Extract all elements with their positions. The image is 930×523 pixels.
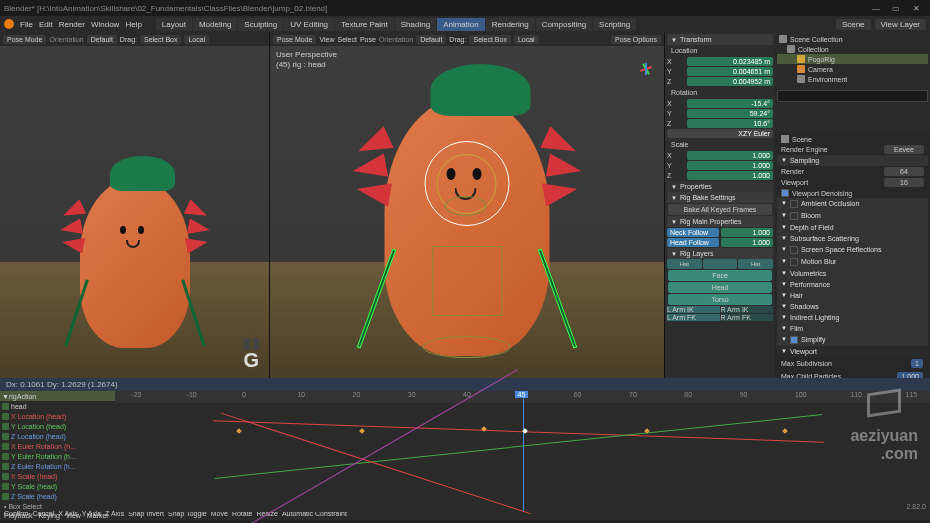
ao-header[interactable]: Ambient Occlusion xyxy=(777,198,928,210)
channel-row[interactable]: Z Euler Rotation (h... xyxy=(0,461,115,471)
outliner-pogorig[interactable]: PogoRig xyxy=(777,54,928,64)
performance-header[interactable]: Performance xyxy=(777,279,928,290)
rig-rarm-ik[interactable]: R Arm IK xyxy=(721,306,774,313)
channel-row[interactable]: Z Location (head) xyxy=(0,431,115,441)
indirect-header[interactable]: Indirect Lighting xyxy=(777,312,928,323)
simplify-viewport[interactable]: Viewport xyxy=(777,346,928,357)
visibility-icon[interactable] xyxy=(2,463,9,470)
render-engine[interactable]: Eevee xyxy=(884,145,924,154)
collection-row[interactable]: Collection xyxy=(777,44,928,54)
rig-layer-hat2[interactable]: Hat xyxy=(738,259,773,269)
outliner-env[interactable]: Environment xyxy=(777,74,928,84)
outliner[interactable]: Scene Collection Collection PogoRig Came… xyxy=(775,32,930,132)
viewport-denoise-check[interactable] xyxy=(781,189,789,197)
channel-row[interactable]: Y Scale (head) xyxy=(0,481,115,491)
visibility-icon[interactable] xyxy=(2,413,9,420)
tab-scripting[interactable]: Scripting xyxy=(593,18,636,31)
scene-collection[interactable]: Scene Collection xyxy=(777,34,928,44)
outliner-camera[interactable]: Camera xyxy=(777,64,928,74)
visibility-icon[interactable] xyxy=(2,433,9,440)
neck-follow[interactable]: Neck Follow xyxy=(667,228,719,237)
viewlayer-field[interactable]: View Layer xyxy=(875,19,926,30)
vp2-local[interactable]: Local xyxy=(514,35,539,44)
tab-animation[interactable]: Animation xyxy=(437,18,485,31)
visibility-icon[interactable] xyxy=(2,483,9,490)
tab-rendering[interactable]: Rendering xyxy=(486,18,535,31)
channel-row[interactable]: Z Scale (head) xyxy=(0,491,115,501)
volumetrics-header[interactable]: Volumetrics xyxy=(777,268,928,279)
properties-header[interactable]: Properties xyxy=(667,181,773,192)
scene-field[interactable]: Scene xyxy=(836,19,871,30)
channel-list[interactable]: ▼ rigAction headX Location (head)Y Locat… xyxy=(0,391,115,512)
vp2-drag[interactable]: Select Box xyxy=(469,35,510,44)
tab-uv[interactable]: UV Editing xyxy=(284,18,334,31)
vp2-select[interactable]: Select xyxy=(337,36,356,43)
graph-area[interactable]: -20-100102030405060708090100110115 45 2.… xyxy=(115,391,930,512)
bloom-header[interactable]: Bloom xyxy=(777,210,928,222)
vp2-canvas[interactable]: User Perspective (45) rig : head xyxy=(270,46,664,378)
minimize-button[interactable]: — xyxy=(866,4,886,13)
film-header[interactable]: Film xyxy=(777,323,928,334)
channel-row[interactable]: X Scale (head) xyxy=(0,471,115,481)
vp2-orientation[interactable]: Default xyxy=(416,35,446,44)
sss-header[interactable]: Subsurface Scattering xyxy=(777,233,928,244)
loc-x[interactable]: 0.023485 m xyxy=(687,57,773,66)
vp2-view[interactable]: View xyxy=(319,36,334,43)
rig-rarm-fk[interactable]: R Arm FK xyxy=(721,314,774,321)
menu-edit[interactable]: Edit xyxy=(39,20,53,29)
rot-y[interactable]: 59.24° xyxy=(687,109,773,118)
rig-bake-header[interactable]: Rig Bake Settings xyxy=(667,192,773,203)
menu-file[interactable]: File xyxy=(20,20,33,29)
scale-x[interactable]: 1.000 xyxy=(687,151,773,160)
vp2-mode[interactable]: Pose Mode xyxy=(273,35,316,44)
orientation-gizmo[interactable] xyxy=(626,54,656,84)
close-button[interactable]: ✕ xyxy=(906,4,926,13)
menu-help[interactable]: Help xyxy=(125,20,141,29)
channel-row[interactable]: X Location (head) xyxy=(0,411,115,421)
motionblur-header[interactable]: Motion Blur xyxy=(777,256,928,268)
viewport-camera[interactable]: Pose Mode Orientation Default Drag: Sele… xyxy=(0,32,270,378)
vp1-orientation[interactable]: Default xyxy=(87,35,117,44)
vp1-drag[interactable]: Select Box xyxy=(140,35,181,44)
simplify-header[interactable]: Simplify xyxy=(777,334,928,346)
scale-z[interactable]: 1.000 xyxy=(687,171,773,180)
channel-row[interactable]: X Euler Rotation (h... xyxy=(0,441,115,451)
transform-header[interactable]: Transform xyxy=(667,34,773,45)
rig-layers-header[interactable]: Rig Layers xyxy=(667,248,773,259)
loc-z[interactable]: 0.004952 m xyxy=(687,77,773,86)
shadows-header[interactable]: Shadows xyxy=(777,301,928,312)
samples-render[interactable]: 64 xyxy=(884,167,924,176)
rig-larm-fk[interactable]: L Arm FK xyxy=(667,314,720,321)
visibility-icon[interactable] xyxy=(2,423,9,430)
visibility-icon[interactable] xyxy=(2,443,9,450)
ssr-header[interactable]: Screen Space Reflections xyxy=(777,244,928,256)
tab-texture[interactable]: Texture Paint xyxy=(335,18,394,31)
rig-main-header[interactable]: Rig Main Properties xyxy=(667,216,773,227)
visibility-icon[interactable] xyxy=(2,453,9,460)
rig-layer-face[interactable]: Face xyxy=(668,270,772,281)
menu-render[interactable]: Render xyxy=(59,20,85,29)
rot-z[interactable]: 10.6° xyxy=(687,119,773,128)
samples-viewport[interactable]: 16 xyxy=(884,178,924,187)
scale-y[interactable]: 1.000 xyxy=(687,161,773,170)
viewport-perspective[interactable]: Pose Mode View Select Pose Orientation D… xyxy=(270,32,665,378)
vp1-canvas[interactable]: G xyxy=(0,46,269,378)
rot-mode[interactable]: XZY Euler xyxy=(667,129,773,138)
playhead[interactable]: 45 xyxy=(523,391,524,512)
visibility-icon[interactable] xyxy=(2,403,9,410)
outliner-search[interactable] xyxy=(777,90,928,102)
loc-y[interactable]: 0.004651 m xyxy=(687,67,773,76)
max-subdiv[interactable]: 1 xyxy=(911,359,923,368)
vp2-pose-options[interactable]: Pose Options xyxy=(611,35,661,44)
maximize-button[interactable]: ▭ xyxy=(886,4,906,13)
rig-larm-ik[interactable]: L Arm IK xyxy=(667,306,720,313)
rig-layer-head[interactable]: Head xyxy=(668,282,772,293)
tab-shading[interactable]: Shading xyxy=(395,18,436,31)
tab-compositing[interactable]: Compositing xyxy=(536,18,592,31)
rig-layer-torso[interactable]: Torso xyxy=(668,294,772,305)
visibility-icon[interactable] xyxy=(2,493,9,500)
channel-row[interactable]: Y Location (head) xyxy=(0,421,115,431)
tab-sculpting[interactable]: Sculpting xyxy=(238,18,283,31)
action-row[interactable]: ▼ rigAction xyxy=(0,391,115,401)
sampling-header[interactable]: Sampling xyxy=(777,155,928,166)
